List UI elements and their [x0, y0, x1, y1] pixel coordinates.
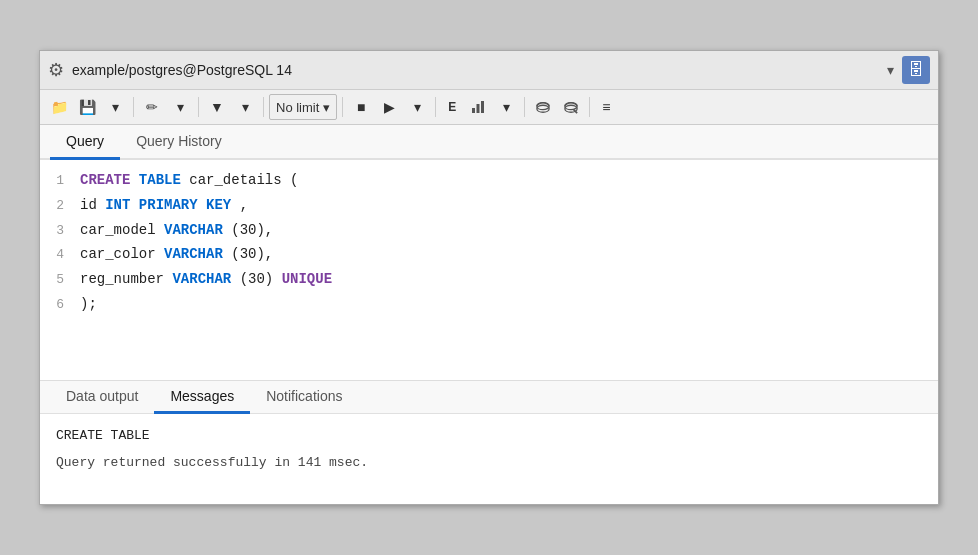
- main-window: ⚙ example/postgres@PostgreSQL 14 ▾ 🗄 📁 💾…: [39, 50, 939, 505]
- chart-button[interactable]: [465, 94, 491, 120]
- save-button[interactable]: 💾: [74, 94, 100, 120]
- menu-icon: ≡: [602, 99, 610, 115]
- line-num-6: 6: [40, 295, 80, 316]
- save-dropdown-button[interactable]: ▾: [102, 94, 128, 120]
- toolbar-sep3: [263, 97, 264, 117]
- code-editor[interactable]: 1 CREATE TABLE car_details ( 2 id INT PR…: [40, 160, 938, 380]
- line-num-1: 1: [40, 171, 80, 192]
- svg-rect-2: [481, 101, 484, 113]
- run-dropdown-button[interactable]: ▾: [404, 94, 430, 120]
- filter-dropdown-button[interactable]: ▾: [232, 94, 258, 120]
- connection-icon: ⚙: [48, 59, 64, 81]
- code-line-1: 1 CREATE TABLE car_details (: [40, 168, 938, 193]
- explain-label: E: [448, 100, 456, 114]
- tab-query-history[interactable]: Query History: [120, 125, 238, 160]
- kw-unique: UNIQUE: [282, 271, 332, 287]
- code-line-6: 6 );: [40, 292, 938, 317]
- code-line-3: 3 car_model VARCHAR (30),: [40, 218, 938, 243]
- limit-dropdown[interactable]: No limit ▾: [269, 94, 337, 120]
- line-num-3: 3: [40, 221, 80, 242]
- code-line-5: 5 reg_number VARCHAR (30) UNIQUE: [40, 267, 938, 292]
- result-content: CREATE TABLE Query returned successfully…: [40, 414, 938, 504]
- tab-messages[interactable]: Messages: [154, 381, 250, 414]
- limit-label: No limit: [276, 100, 319, 115]
- result-line1: CREATE TABLE: [56, 428, 922, 443]
- edit-dropdown-button[interactable]: ▾: [167, 94, 193, 120]
- database-icon[interactable]: 🗄: [902, 56, 930, 84]
- filter-button[interactable]: ▼: [204, 94, 230, 120]
- result-tabs: Data output Messages Notifications: [40, 381, 938, 414]
- limit-arrow: ▾: [323, 100, 330, 115]
- open-file-button[interactable]: 📁: [46, 94, 72, 120]
- macros2-button[interactable]: [558, 94, 584, 120]
- macros1-icon: [536, 100, 550, 114]
- line-num-4: 4: [40, 245, 80, 266]
- toolbar: 📁 💾 ▾ ✏ ▾ ▼ ▾ No limit ▾ ■ ▶ ▾ E ▾: [40, 90, 938, 125]
- tab-data-output[interactable]: Data output: [50, 381, 154, 414]
- connection-dropdown[interactable]: ▾: [887, 62, 894, 78]
- result-line2: Query returned successfully in 141 msec.: [56, 455, 922, 470]
- svg-rect-1: [477, 104, 480, 113]
- toolbar-sep4: [342, 97, 343, 117]
- top-bar: ⚙ example/postgres@PostgreSQL 14 ▾ 🗄: [40, 51, 938, 90]
- macros1-button[interactable]: [530, 94, 556, 120]
- kw-varchar-2: VARCHAR: [164, 246, 223, 262]
- chart-dropdown-button[interactable]: ▾: [493, 94, 519, 120]
- code-line-4: 4 car_color VARCHAR (30),: [40, 242, 938, 267]
- kw-varchar-3: VARCHAR: [172, 271, 231, 287]
- menu-button[interactable]: ≡: [595, 94, 617, 120]
- kw-int: INT: [105, 197, 130, 213]
- results-area: Data output Messages Notifications CREAT…: [40, 380, 938, 504]
- macros2-icon: [564, 100, 578, 114]
- connection-text: example/postgres@PostgreSQL 14: [72, 62, 879, 78]
- svg-rect-0: [472, 108, 475, 113]
- kw-table: TABLE: [139, 172, 181, 188]
- kw-create: CREATE: [80, 172, 130, 188]
- kw-primary-key: PRIMARY KEY: [139, 197, 231, 213]
- edit-button[interactable]: ✏: [139, 94, 165, 120]
- toolbar-sep6: [524, 97, 525, 117]
- code-line-2: 2 id INT PRIMARY KEY ,: [40, 193, 938, 218]
- explain-button[interactable]: E: [441, 94, 463, 120]
- stop-button[interactable]: ■: [348, 94, 374, 120]
- run-button[interactable]: ▶: [376, 94, 402, 120]
- line-num-5: 5: [40, 270, 80, 291]
- tab-query[interactable]: Query: [50, 125, 120, 160]
- toolbar-sep7: [589, 97, 590, 117]
- line-num-2: 2: [40, 196, 80, 217]
- toolbar-sep2: [198, 97, 199, 117]
- kw-varchar-1: VARCHAR: [164, 222, 223, 238]
- tab-notifications[interactable]: Notifications: [250, 381, 358, 414]
- query-tabs: Query Query History: [40, 125, 938, 160]
- toolbar-sep1: [133, 97, 134, 117]
- chart-icon: [471, 100, 485, 114]
- toolbar-sep5: [435, 97, 436, 117]
